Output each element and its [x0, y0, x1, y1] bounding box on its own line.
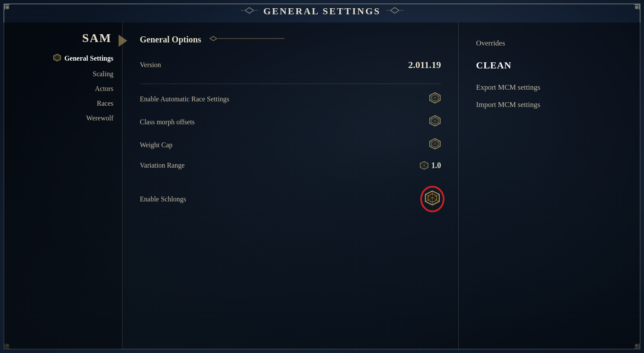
- sidebar-item-scaling[interactable]: Scaling: [3, 67, 122, 81]
- clean-button[interactable]: CLEAN: [476, 52, 623, 79]
- header-ornament: GENERAL SETTINGS: [241, 6, 403, 17]
- header: GENERAL SETTINGS: [0, 0, 644, 23]
- toggle-auto-race[interactable]: [429, 92, 441, 106]
- setting-row-auto-race: Enable Automatic Race Settings: [140, 87, 441, 110]
- toggle-class-morph[interactable]: [429, 115, 441, 129]
- svg-marker-13: [390, 8, 399, 13]
- content-right: Overrides CLEAN Export MCM settings Impo…: [459, 23, 641, 350]
- setting-row-weight-cap: Weight Cap: [140, 133, 441, 156]
- variation-range-value: 1.0: [431, 161, 441, 170]
- setting-row-variation-range: Variation Range 1.0: [140, 156, 441, 175]
- section-header: General Options: [140, 35, 441, 45]
- sidebar-item-races[interactable]: Races: [3, 96, 122, 111]
- svg-marker-9: [245, 8, 254, 13]
- setting-label-variation-range: Variation Range: [140, 162, 185, 169]
- sidebar-label-werewolf: Werewolf: [86, 114, 113, 122]
- sidebar-label-general-settings: General Settings: [64, 55, 113, 62]
- header-ornament-left: [241, 6, 258, 17]
- sidebar-label-actors: Actors: [95, 85, 113, 93]
- export-mcm-button[interactable]: Export MCM settings: [476, 79, 623, 96]
- sidebar-item-general-settings[interactable]: General Settings: [3, 50, 122, 67]
- setting-label-class-morph: Class morph offsets: [140, 118, 195, 126]
- setting-row-class-morph: Class morph offsets: [140, 110, 441, 133]
- content-left: General Options Version 2.011.19 Enable …: [122, 23, 459, 350]
- section-ornament: [206, 35, 284, 44]
- svg-marker-21: [210, 36, 217, 41]
- sidebar-mod-name: SAM: [82, 31, 112, 45]
- sidebar-item-werewolf[interactable]: Werewolf: [3, 111, 122, 126]
- toggle-weight-cap[interactable]: [429, 138, 441, 152]
- version-value: 2.011.19: [408, 59, 441, 71]
- content-area: General Options Version 2.011.19 Enable …: [122, 23, 641, 350]
- setting-label-auto-race: Enable Automatic Race Settings: [140, 95, 229, 103]
- sidebar-label-races: Races: [97, 100, 113, 107]
- separator-1: [140, 84, 441, 84]
- header-title: GENERAL SETTINGS: [263, 6, 380, 17]
- sidebar-arrow: [119, 35, 127, 47]
- version-label: Version: [140, 61, 161, 69]
- sidebar: SAM General Settings Scaling Actors Ra: [3, 23, 122, 350]
- toggle-enable-schlongs[interactable]: [424, 189, 441, 209]
- overrides-button[interactable]: Overrides: [476, 35, 623, 52]
- sidebar-mod-title: SAM: [3, 31, 122, 50]
- setting-label-weight-cap: Weight Cap: [140, 141, 173, 149]
- sidebar-label-scaling: Scaling: [93, 70, 113, 78]
- setting-row-enable-schlongs: Enable Schlongs: [140, 185, 441, 213]
- general-settings-icon: [53, 54, 61, 63]
- section-title: General Options: [140, 35, 201, 45]
- setting-label-enable-schlongs: Enable Schlongs: [140, 195, 186, 203]
- sidebar-item-actors[interactable]: Actors: [3, 81, 122, 96]
- version-row: Version 2.011.19: [140, 55, 441, 75]
- import-mcm-button[interactable]: Import MCM settings: [476, 96, 623, 113]
- header-ornament-right: [386, 6, 403, 17]
- variation-value-display: 1.0: [419, 161, 441, 170]
- main-layout: SAM General Settings Scaling Actors Ra: [3, 23, 641, 350]
